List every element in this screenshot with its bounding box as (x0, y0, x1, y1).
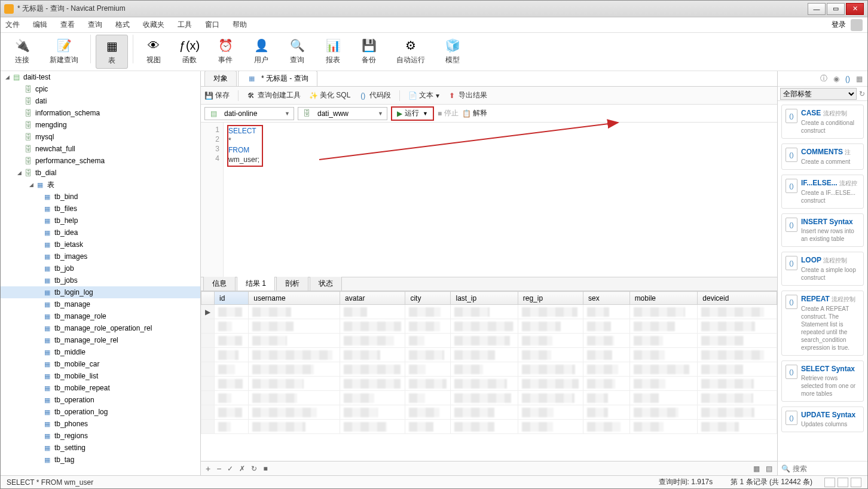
menu-query[interactable]: 查询 (88, 20, 102, 30)
close-button[interactable]: ✕ (846, 3, 864, 15)
table-cell[interactable] (629, 405, 698, 420)
tree-table-tb_manage[interactable]: ▦tb_manage (1, 298, 200, 310)
toolbar-事件[interactable]: ⏰事件 (210, 35, 241, 69)
table-cell[interactable] (340, 305, 405, 319)
explain-button[interactable]: 📋解释 (462, 108, 487, 118)
toolbar-备份[interactable]: 💾备份 (353, 35, 384, 69)
col-last_ip[interactable]: last_ip (451, 292, 518, 305)
toolbar-查询[interactable]: 🔍查询 (282, 35, 313, 69)
row-indicator[interactable] (201, 377, 215, 391)
tree-db-cpic[interactable]: 🗄cpic (1, 83, 200, 95)
tree-db-mengding[interactable]: 🗄mengding (1, 119, 200, 131)
connection-combo[interactable]: ▤ dati-online▼ (204, 107, 294, 120)
tree-db-mysql[interactable]: 🗄mysql (1, 131, 200, 143)
table-cell[interactable] (518, 305, 583, 319)
table-cell[interactable] (583, 362, 630, 377)
tree-db-information_schema[interactable]: 🗄information_schema (1, 107, 200, 119)
table-cell[interactable] (215, 405, 249, 420)
table-cell[interactable] (215, 334, 249, 348)
table-cell[interactable] (249, 334, 340, 348)
col-sex[interactable]: sex (583, 292, 630, 305)
table-cell[interactable] (698, 420, 777, 434)
row-indicator[interactable] (201, 420, 215, 434)
menu-view[interactable]: 查看 (60, 20, 75, 30)
table-cell[interactable] (249, 362, 340, 377)
menu-file[interactable]: 文件 (5, 20, 20, 30)
grid-toggle-icon[interactable]: ▦ (856, 75, 863, 83)
col-deviceid[interactable]: deviceid (698, 292, 777, 305)
status-icon-3[interactable] (851, 478, 861, 487)
tree-db-newchat_full[interactable]: 🗄newchat_full (1, 143, 200, 155)
table-cell[interactable] (629, 420, 698, 434)
grid-view-icon[interactable]: ▦ (753, 464, 760, 473)
toolbar-视图[interactable]: 👁视图 (138, 35, 169, 69)
toolbar-报表[interactable]: 📊报表 (317, 35, 349, 69)
tree-table-tb_manage_role_rel[interactable]: ▦tb_manage_role_rel (1, 334, 200, 346)
table-cell[interactable] (518, 362, 583, 377)
tree-connection[interactable]: ◢▤ daiti-test (1, 71, 200, 83)
table-cell[interactable] (629, 348, 698, 362)
tree-table-tb_manage_role_operation_rel[interactable]: ▦tb_manage_role_operation_rel (1, 322, 200, 334)
table-cell[interactable] (340, 391, 405, 405)
tree-table-tb_bind[interactable]: ▦tb_bind (1, 191, 200, 203)
menu-window[interactable]: 窗口 (205, 20, 219, 30)
menu-favorites[interactable]: 收藏夹 (143, 20, 164, 30)
table-cell[interactable] (340, 362, 405, 377)
titlebar[interactable]: * 无标题 - 查询 - Navicat Premium — ▭ ✕ (1, 1, 867, 17)
tree-table-tb_help[interactable]: ▦tb_help (1, 215, 200, 227)
toolbar-用户[interactable]: 👤用户 (246, 35, 277, 69)
table-cell[interactable] (215, 319, 249, 334)
text-button[interactable]: 📄文本 ▾ (408, 90, 439, 100)
table-cell[interactable] (340, 348, 405, 362)
table-cell[interactable] (451, 420, 518, 434)
table-cell[interactable] (249, 348, 340, 362)
code-icon[interactable]: () (845, 75, 850, 83)
table-cell[interactable] (340, 405, 405, 420)
tree-db-open[interactable]: ◢🗄 tb_dial (1, 167, 200, 179)
table-cell[interactable] (518, 420, 583, 434)
grid-add-button[interactable]: + (206, 464, 210, 473)
tree-table-tb_job[interactable]: ▦tb_job (1, 262, 200, 274)
tree-table-tb_idea[interactable]: ▦tb_idea (1, 227, 200, 239)
table-cell[interactable] (583, 319, 630, 334)
status-icon-1[interactable] (824, 478, 835, 487)
table-cell[interactable] (698, 377, 777, 391)
snippet-search-input[interactable] (793, 464, 867, 473)
query-builder-button[interactable]: 🛠查询创建工具 (247, 90, 301, 100)
table-cell[interactable] (451, 305, 518, 319)
grid-refresh-button[interactable]: ↻ (251, 464, 257, 473)
tree-table-tb_phones[interactable]: ▦tb_phones (1, 418, 200, 430)
row-indicator[interactable] (201, 362, 215, 377)
table-cell[interactable] (583, 420, 630, 434)
table-cell[interactable] (629, 377, 698, 391)
grid-cancel-button[interactable]: ✗ (239, 464, 245, 473)
table-cell[interactable] (518, 391, 583, 405)
row-indicator[interactable] (201, 405, 215, 420)
avatar-icon[interactable] (851, 19, 863, 31)
row-indicator[interactable] (201, 334, 215, 348)
tree-table-tb_setting[interactable]: ▦tb_setting (1, 442, 200, 454)
row-indicator[interactable]: ▶ (201, 305, 215, 319)
save-button[interactable]: 💾保存 (204, 90, 230, 100)
table-cell[interactable] (249, 377, 340, 391)
grid-stop-button[interactable]: ■ (263, 464, 267, 473)
table-cell[interactable] (629, 391, 698, 405)
toolbar-自动运行[interactable]: ⚙自动运行 (389, 35, 432, 69)
col-reg_ip[interactable]: reg_ip (518, 292, 583, 305)
maximize-button[interactable]: ▭ (827, 3, 845, 15)
code-snippets-button[interactable]: ()代码段 (359, 90, 391, 100)
toolbar-函数[interactable]: ƒ(x)函数 (174, 35, 205, 69)
table-cell[interactable] (451, 334, 518, 348)
row-indicator[interactable] (201, 319, 215, 334)
toolbar-模型[interactable]: 🧊模型 (437, 35, 468, 69)
table-cell[interactable] (405, 348, 451, 362)
table-cell[interactable] (249, 305, 340, 319)
toolbar-新建查询[interactable]: 📝新建查询 (42, 35, 85, 69)
tree-table-tb_operation[interactable]: ▦tb_operation (1, 394, 200, 406)
snippet-case[interactable]: () CASE 流程控制 Create a conditional constr… (781, 105, 864, 139)
table-cell[interactable] (451, 362, 518, 377)
connection-tree[interactable]: ◢▤ daiti-test 🗄cpic🗄dati🗄information_sch… (1, 71, 201, 475)
tree-table-tb_images[interactable]: ▦tb_images (1, 250, 200, 262)
tree-table-tb_files[interactable]: ▦tb_files (1, 203, 200, 215)
table-cell[interactable] (698, 405, 777, 420)
